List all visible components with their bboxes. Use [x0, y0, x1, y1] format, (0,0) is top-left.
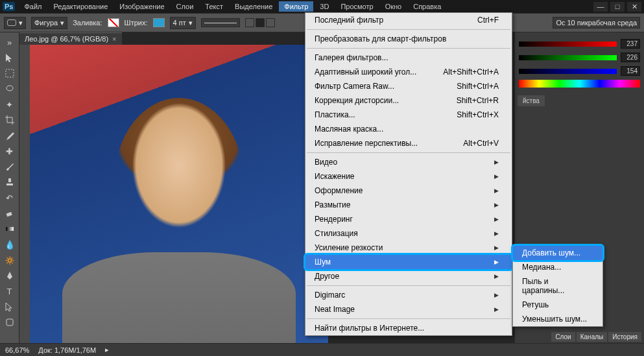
menu-lens-correction[interactable]: Коррекция дисторсии...Shift+Ctrl+R [305, 93, 512, 108]
blur-tool[interactable]: 💧 [3, 237, 17, 252]
svg-rect-5 [6, 227, 14, 231]
filter-dropdown: Последний фильтрCtrl+F Преобразовать для… [305, 12, 512, 336]
workspace-switcher[interactable]: Ос 10 пикрабочая среда [553, 17, 640, 29]
menu-vanishing-point[interactable]: Исправление перспективы...Alt+Ctrl+V [305, 136, 512, 150]
shape-tool[interactable] [3, 315, 17, 329]
menu-blur[interactable]: Размытие▶ [305, 198, 512, 212]
align-box[interactable] [266, 18, 275, 27]
menu-digimarc[interactable]: Digimarc▶ [305, 288, 512, 302]
menu-median[interactable]: Медиана... [513, 260, 602, 274]
menu-neat-image[interactable]: Neat Image▶ [305, 302, 512, 316]
svg-rect-6 [6, 319, 13, 326]
menu-text[interactable]: Текст [200, 1, 228, 12]
menu-smart-convert[interactable]: Преобразовать для смарт-фильтров [305, 32, 512, 46]
tool-preset[interactable]: ▾ [4, 17, 26, 29]
history-brush-tool[interactable]: ↶ [3, 191, 17, 205]
menu-reduce-noise[interactable]: Уменьшить шум... [513, 312, 602, 326]
menu-window[interactable]: Окно [380, 1, 407, 12]
shape-mode[interactable]: Фигура ▾ [31, 17, 67, 29]
maximize-button[interactable]: □ [610, 2, 625, 12]
gradient-tool[interactable] [3, 222, 17, 236]
history-tab[interactable]: История [608, 332, 641, 342]
type-tool[interactable]: T [3, 284, 17, 298]
stroke-width[interactable]: 4 пт ▾ [170, 17, 196, 29]
menu-edit[interactable]: Редактирование [49, 1, 113, 12]
red-value[interactable]: 237 [621, 39, 640, 49]
move-tool[interactable] [3, 51, 17, 65]
menu-help[interactable]: Справка [408, 1, 446, 12]
menu-view[interactable]: Просмотр [335, 1, 378, 12]
green-slider[interactable] [519, 55, 617, 60]
ruler-vertical [19, 45, 30, 343]
red-slider[interactable] [519, 42, 617, 47]
menu-dust-scratches[interactable]: Пыль и царапины... [513, 274, 602, 298]
close-button[interactable]: ✕ [627, 2, 641, 12]
fill-swatch[interactable] [108, 18, 119, 27]
channels-tab[interactable]: Каналы [577, 332, 608, 342]
tab-close-icon[interactable]: × [112, 35, 116, 43]
menu-noise[interactable]: Шум▶ [304, 253, 514, 271]
menu-find-filters[interactable]: Найти фильтры в Интернете... [305, 321, 512, 335]
properties-panel-tab[interactable]: йства [518, 95, 545, 106]
path-tool[interactable] [3, 300, 17, 314]
green-value[interactable]: 226 [621, 53, 640, 62]
title-bar: Ps Файл Редактирование Изображение Слои … [0, 0, 644, 13]
zoom-level[interactable]: 66,67% [5, 346, 29, 354]
menu-filter[interactable]: Фильтр [279, 1, 313, 12]
menu-pixelate[interactable]: Оформление▶ [305, 184, 512, 198]
menu-add-noise[interactable]: Добавить шум... [511, 244, 604, 262]
minimize-button[interactable]: — [593, 2, 608, 12]
window-controls: — □ ✕ [593, 2, 641, 12]
document-tab[interactable]: Лео.jpg @ 66,7% (RGB/8) × [19, 32, 122, 45]
stroke-swatch[interactable] [153, 18, 165, 27]
menu-select[interactable]: Выделение [230, 1, 278, 12]
menu-stylize[interactable]: Стилизация▶ [305, 226, 512, 241]
svg-rect-4 [6, 212, 12, 217]
menu-render[interactable]: Рендеринг▶ [305, 212, 512, 226]
toolbox: » ✦ ✚ ↶ 💧 🔅 T [0, 32, 19, 343]
stroke-style[interactable] [201, 18, 240, 27]
menu-last-filter[interactable]: Последний фильтрCtrl+F [305, 13, 512, 27]
crop-tool[interactable] [3, 113, 17, 127]
dodge-tool[interactable]: 🔅 [3, 253, 17, 267]
menu-other[interactable]: Другое▶ [305, 269, 512, 283]
stamp-tool[interactable] [3, 175, 17, 189]
svg-rect-3 [6, 184, 13, 185]
stroke-label: Штрих: [125, 19, 148, 27]
status-bar: 66,67% Док: 1,76M/1,76M ▸ [0, 343, 644, 356]
brush-tool[interactable] [3, 160, 17, 174]
lower-panel-tabs: Слои Каналы История [551, 332, 641, 342]
menu-3d[interactable]: 3D [315, 1, 334, 12]
menu-video[interactable]: Видео▶ [305, 155, 512, 169]
menu-liquify[interactable]: Пластика...Shift+Ctrl+X [305, 108, 512, 122]
svg-point-1 [6, 86, 13, 91]
align-box[interactable] [245, 18, 254, 27]
hue-strip[interactable] [519, 80, 640, 88]
status-arrow-icon[interactable]: ▸ [105, 346, 109, 354]
healing-tool[interactable]: ✚ [3, 144, 17, 158]
menu-file[interactable]: Файл [19, 1, 47, 12]
wand-tool[interactable]: ✦ [3, 97, 17, 112]
eyedropper-tool[interactable] [3, 128, 17, 143]
marquee-tool[interactable] [3, 66, 17, 80]
blue-value[interactable]: 154 [621, 66, 640, 76]
menu-distort[interactable]: Искажение▶ [305, 169, 512, 184]
menu-adaptive-wide[interactable]: Адаптивный широкий угол...Alt+Shift+Ctrl… [305, 65, 512, 79]
blue-slider[interactable] [519, 69, 617, 74]
menu-oil-paint[interactable]: Масляная краска... [305, 122, 512, 136]
svg-rect-0 [6, 69, 14, 77]
menu-layers[interactable]: Слои [171, 1, 199, 12]
align-box[interactable] [256, 18, 265, 27]
doc-size: Док: 1,76M/1,76M [38, 346, 96, 354]
menu-retouch[interactable]: Ретушь [513, 298, 602, 312]
layers-tab[interactable]: Слои [551, 332, 575, 342]
noise-submenu: Добавить шум... Медиана... Пыль и царапи… [512, 245, 603, 327]
pen-tool[interactable] [3, 268, 17, 283]
lasso-tool[interactable] [3, 82, 17, 96]
shape-label: Фигура [34, 19, 58, 27]
menu-image[interactable]: Изображение [114, 1, 169, 12]
menu-camera-raw[interactable]: Фильтр Camera Raw...Shift+Ctrl+A [305, 79, 512, 93]
eraser-tool[interactable] [3, 206, 17, 220]
collapse-icon[interactable]: » [3, 35, 17, 49]
menu-filter-gallery[interactable]: Галерея фильтров... [305, 51, 512, 65]
